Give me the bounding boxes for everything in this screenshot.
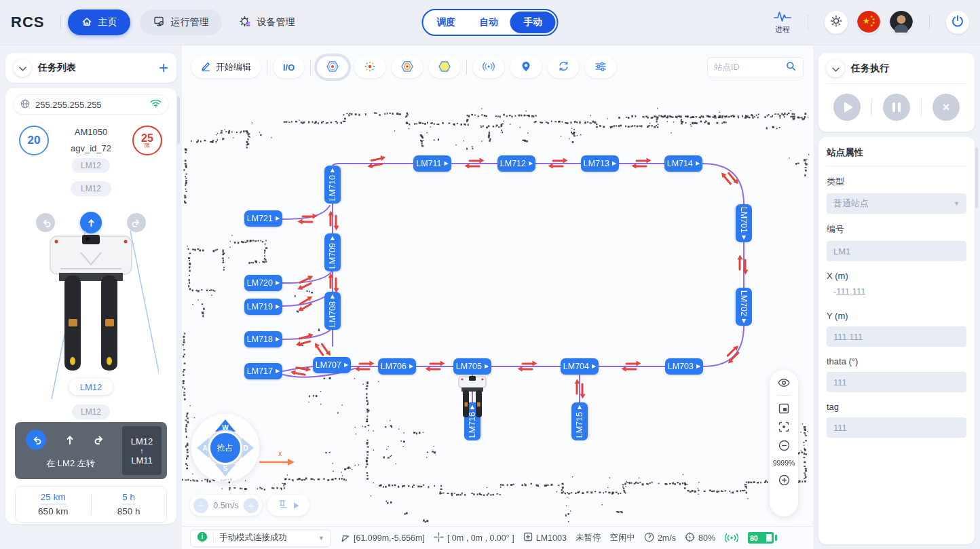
mode-manual[interactable]: 手动 — [510, 12, 556, 33]
vehicle-id: agv_id_72 — [50, 143, 132, 153]
station-play-icon: ▶ — [529, 161, 533, 166]
y-input[interactable]: 111.111 — [827, 326, 966, 347]
station-LM703[interactable]: LM703▶ — [665, 358, 703, 375]
filter-button[interactable] — [585, 56, 616, 78]
task-list-header: 任务列表 + — [5, 53, 176, 83]
center-focus-button[interactable] — [778, 421, 789, 432]
turn-left-indicator[interactable] — [26, 430, 46, 450]
task-pause-button[interactable] — [883, 94, 910, 121]
current-station: LM1003 — [523, 532, 567, 544]
mode-dispatch[interactable]: 调度 — [425, 12, 468, 33]
speed-plus-button[interactable]: + — [244, 498, 259, 513]
nav-item-devices[interactable]: 设备管理 — [226, 10, 308, 35]
type-value: 普通站点 — [833, 197, 869, 210]
search-icon[interactable] — [786, 61, 796, 74]
minimap-button[interactable] — [778, 403, 789, 414]
vehicle-model: AM1050 — [50, 127, 132, 137]
station-LM718[interactable]: LM718▶ — [244, 331, 282, 347]
station-LM715[interactable]: LM715▶ — [571, 402, 588, 440]
left-scrollbar[interactable] — [177, 96, 180, 144]
relocate-button[interactable] — [473, 56, 504, 78]
zoom-in-button[interactable] — [778, 474, 790, 486]
add-task-button[interactable]: + — [159, 60, 168, 76]
turn-right-button[interactable] — [127, 213, 146, 232]
divider — [929, 15, 930, 30]
station-LM709[interactable]: LM709▶ — [324, 233, 341, 271]
station-LM701[interactable]: LM701▶ — [736, 204, 752, 242]
process-button[interactable]: 进程 — [774, 10, 791, 35]
station-LM704[interactable]: LM704▶ — [561, 358, 599, 375]
ip-value: 255.255.255.255 — [35, 100, 102, 110]
station-LM706[interactable]: LM706▶ — [378, 358, 416, 375]
station-play-icon: ▶ — [330, 295, 335, 299]
station-play-icon: ▶ — [577, 405, 582, 409]
layer-area-button[interactable] — [429, 56, 460, 78]
turn-left-button[interactable] — [36, 213, 55, 232]
layer-rings-button[interactable] — [392, 56, 423, 78]
visibility-button[interactable] — [778, 378, 790, 387]
theta-label: thata (°) — [827, 356, 966, 366]
battery-indicator: 80 — [748, 532, 777, 544]
layer-laser-button[interactable] — [354, 56, 385, 78]
language-button[interactable]: ★★★★★ — [857, 11, 880, 34]
status-message-select[interactable]: i 手动模式连接成功 ▼ — [190, 529, 331, 547]
right-scrollbar[interactable] — [975, 147, 978, 208]
station-LM721[interactable]: LM721▶ — [244, 210, 282, 227]
mode-auto[interactable]: 自动 — [468, 12, 510, 33]
manual-joystick: W A D S 抢占 — [191, 414, 259, 482]
station-LM708[interactable]: LM708▶ — [324, 292, 341, 330]
task-execution-title: 任务执行 — [851, 62, 889, 75]
nav-item-home[interactable]: 主页 — [68, 10, 130, 35]
theta-input[interactable]: 111 — [827, 372, 966, 392]
fork-action-button[interactable] — [267, 495, 309, 516]
station-LM710[interactable]: LM710▶ — [324, 166, 341, 204]
joystick-right-key[interactable]: D — [242, 438, 254, 458]
locate-button[interactable] — [510, 56, 542, 78]
tag-input[interactable]: 111 — [827, 417, 966, 438]
station-LM705[interactable]: LM705▶ — [453, 358, 491, 375]
station-LM717[interactable]: LM717▶ — [244, 363, 282, 379]
theme-toggle-button[interactable] — [825, 11, 848, 34]
vehicle-ip-field[interactable]: 255.255.255.255 — [14, 95, 168, 114]
station-LM702[interactable]: LM702▶ — [736, 288, 752, 326]
station-LM720[interactable]: LM720▶ — [244, 275, 282, 291]
speed-minus-button[interactable]: − — [193, 498, 208, 513]
divider — [310, 60, 311, 75]
station-LM707[interactable]: LM707▶ — [313, 357, 351, 373]
type-select[interactable]: 普通站点 ▼ — [827, 193, 966, 214]
refresh-button[interactable] — [548, 56, 579, 78]
crosshair-icon — [434, 532, 444, 544]
svg-text:★: ★ — [870, 23, 873, 27]
nav-item-operations[interactable]: 运行管理 — [140, 10, 222, 35]
turn-right-indicator[interactable] — [90, 430, 110, 450]
station-label: LM714 — [667, 159, 693, 168]
map-canvas[interactable]: LM710▶LM711▶LM712▶LM713▶LM714▶LM701▶LM70… — [182, 45, 813, 526]
task-cancel-button[interactable]: × — [932, 94, 960, 121]
joystick-back-key[interactable]: S — [215, 464, 235, 476]
divider — [808, 15, 808, 30]
seize-control-button[interactable]: 抢占 — [208, 431, 242, 465]
joystick-left-key[interactable]: A — [197, 438, 209, 458]
zoom-out-button[interactable] — [778, 440, 790, 451]
io-button[interactable]: I/O — [274, 56, 304, 78]
station-LM711[interactable]: LM711▶ — [413, 155, 451, 172]
station-search-input[interactable] — [714, 62, 782, 72]
agv-robot[interactable] — [456, 375, 489, 419]
task-start-button[interactable] — [833, 94, 861, 121]
station-LM714[interactable]: LM714▶ — [664, 155, 702, 172]
start-edit-button[interactable]: 开始编辑 — [191, 56, 261, 78]
station-LM719[interactable]: LM719▶ — [244, 299, 282, 315]
user-avatar[interactable] — [890, 11, 913, 34]
straight-indicator[interactable] — [60, 430, 80, 450]
joystick-forward-key[interactable]: W — [215, 419, 235, 432]
go-straight-button[interactable] — [80, 212, 102, 233]
station-LM712[interactable]: LM712▶ — [497, 155, 535, 172]
layer-stations-button[interactable] — [317, 56, 348, 78]
code-input[interactable]: LM1 — [827, 241, 966, 261]
station-LM713[interactable]: LM713▶ — [581, 155, 619, 172]
collapse-button[interactable] — [827, 60, 844, 77]
station-chip: LM12 — [72, 158, 110, 173]
mileage-stats: 25 km 650 km 5 h 850 h — [15, 486, 167, 523]
collapse-button[interactable] — [14, 59, 31, 77]
power-button[interactable] — [946, 11, 969, 34]
